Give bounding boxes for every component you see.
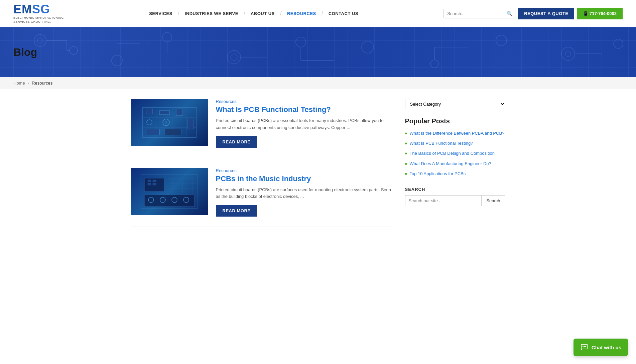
main-nav: SERVICES / INDUSTRIES WE SERVE / ABOUT U… [144,6,364,20]
svg-point-25 [614,39,623,48]
svg-rect-38 [146,129,159,135]
svg-point-37 [165,121,167,124]
svg-point-12 [231,54,237,60]
post-category-2: Resources [216,168,392,173]
main-content: Resources What Is PCB Functional Testing… [118,99,519,237]
logo-subtitle-line2: SERVICES GROUP, INC. [13,20,64,23]
category-select[interactable]: Select Category [405,99,505,109]
svg-point-3 [70,46,78,54]
popular-post-item-2: ■ What Is PCB Functional Testing? [405,140,505,146]
breadcrumb-chevron: › [28,81,29,86]
popular-post-link-3[interactable]: The Basics of PCB Design and Composition [410,150,495,156]
breadcrumb-home[interactable]: Home [13,81,25,86]
logo-text: EMSG [13,3,64,15]
phone-icon: 📱 [583,11,590,16]
hero-banner: Blog [0,27,636,77]
read-more-button-1[interactable]: READ MORE [216,136,257,148]
popular-post-item-4: ■ What Does A Manufacturing Engineer Do? [405,161,505,167]
site-header: EMSG ELECTRONIC MANUFACTURING SERVICES G… [0,0,636,27]
popular-post-item-1: ■ What Is the Difference Between PCBA an… [405,130,505,136]
circuit-svg [0,27,636,77]
bullet-icon-4: ■ [405,162,407,165]
header-search-button[interactable]: 🔍 [504,9,515,18]
post-excerpt-2: Printed circuit boards (PCBs) are surfac… [216,187,392,201]
bullet-icon-3: ■ [405,151,407,155]
post-category-1: Resources [216,99,392,104]
popular-post-link-5[interactable]: Top 10 Applications for PCBs [410,171,466,177]
sidebar-search-form: Search [405,195,505,206]
post-title-2[interactable]: PCBs in the Music Industry [216,174,392,183]
blog-posts-list: Resources What Is PCB Functional Testing… [131,99,392,237]
svg-point-35 [147,120,152,125]
svg-rect-33 [159,111,169,115]
nav-item-contact[interactable]: CONTACT US [323,11,364,16]
svg-point-14 [296,37,306,47]
svg-point-9 [162,32,172,42]
popular-post-item-5: ■ Top 10 Applications for PCBs [405,171,505,177]
nav-item-about[interactable]: ABOUT US [245,11,280,16]
post-image-inner-2 [131,168,208,215]
sidebar: Select Category Popular Posts ■ What Is … [405,99,505,237]
svg-point-18 [430,60,438,68]
svg-rect-44 [153,180,156,182]
read-more-button-2[interactable]: READ MORE [216,205,257,217]
header-top-controls: 🔍 REQUEST A QUOTE 📱 717-764-0002 [443,8,623,19]
sidebar-search-input[interactable] [405,195,482,206]
header-right-actions: 🔍 REQUEST A QUOTE 📱 717-764-0002 [443,8,623,19]
nav-item-industries[interactable]: INDUSTRIES WE SERVE [179,11,244,16]
nav-item-resources[interactable]: RESOURCES [282,11,322,16]
post-image-1 [131,99,208,146]
pcb-image-svg-2 [139,173,200,210]
post-content-1: Resources What Is PCB Functional Testing… [216,99,392,148]
svg-rect-34 [176,109,183,116]
header-search-input[interactable] [444,9,504,18]
header-search-bar[interactable]: 🔍 [443,9,515,18]
post-image-2 [131,168,208,215]
popular-post-link-4[interactable]: What Does A Manufacturing Engineer Do? [410,161,491,167]
svg-rect-43 [148,180,151,182]
svg-rect-46 [153,183,156,185]
svg-point-11 [227,50,241,64]
popular-post-link-1[interactable]: What Is the Difference Between PCBA and … [410,130,505,136]
page-title: Blog [13,46,37,58]
svg-rect-53 [144,195,195,207]
popular-posts-heading: Popular Posts [405,117,505,125]
request-quote-button[interactable]: REQUEST A QUOTE [518,8,574,19]
phone-number: 717-764-0002 [590,11,617,16]
svg-point-21 [496,35,507,46]
svg-point-17 [362,41,374,53]
nav-item-services[interactable]: SERVICES [144,11,178,16]
pcb-image-svg-1 [139,104,200,141]
breadcrumb: Home › Resources [0,77,636,89]
blog-post-2: Resources PCBs in the Music Industry Pri… [131,168,392,227]
svg-rect-32 [146,109,153,114]
svg-point-0 [34,34,46,46]
svg-point-6 [112,55,122,66]
svg-rect-39 [164,129,181,135]
phone-button[interactable]: 📱 717-764-0002 [577,8,623,19]
popular-posts-list: ■ What Is the Difference Between PCBA an… [405,130,505,177]
bullet-icon-2: ■ [405,141,407,145]
svg-point-23 [565,51,571,56]
breadcrumb-current: Resources [32,81,52,86]
blog-post-1: Resources What Is PCB Functional Testing… [131,99,392,158]
sidebar-search-button[interactable]: Search [481,195,505,206]
logo-subtitle-line1: ELECTRONIC MANUFACTURING [13,16,64,19]
sidebar-search-label: SEARCH [405,187,505,192]
post-excerpt-1: Printed circuit boards (PCBs) are essent… [216,117,392,131]
bullet-icon-1: ■ [405,131,407,135]
popular-post-link-2[interactable]: What Is PCB Functional Testing? [410,140,473,146]
post-content-2: Resources PCBs in the Music Industry Pri… [216,168,392,217]
svg-point-1 [37,38,43,43]
svg-rect-45 [148,183,151,185]
post-image-inner-1 [131,99,208,146]
post-title-1[interactable]: What Is PCB Functional Testing? [216,105,392,114]
logo[interactable]: EMSG ELECTRONIC MANUFACTURING SERVICES G… [13,3,64,23]
popular-post-item-3: ■ The Basics of PCB Design and Compositi… [405,150,505,156]
bullet-icon-5: ■ [405,172,407,175]
svg-rect-40 [188,119,194,129]
svg-point-22 [561,47,575,60]
